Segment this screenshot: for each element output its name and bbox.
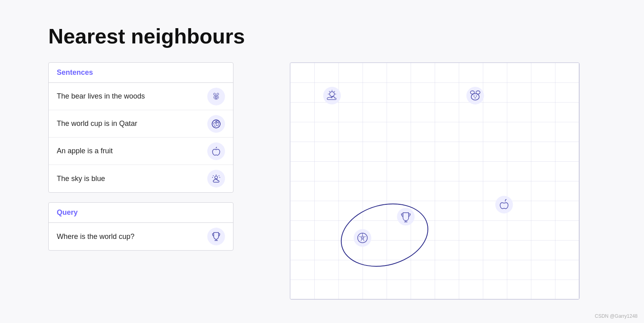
sun-cloud-icon (211, 174, 221, 183)
svg-rect-11 (290, 63, 579, 299)
svg-point-15 (323, 87, 341, 105)
bear-icon-circle (207, 88, 225, 105)
svg-point-16 (330, 92, 334, 97)
svg-point-5 (217, 97, 217, 97)
svg-point-27 (473, 96, 474, 97)
svg-marker-33 (361, 236, 364, 239)
soccer-icon-circle (207, 115, 225, 133)
svg-line-37 (361, 239, 362, 241)
svg-line-21 (329, 91, 330, 92)
svg-point-4 (215, 97, 216, 97)
sentence-text-0: The bear lives in the woods (57, 92, 207, 101)
sun-cloud-icon-circle (207, 170, 225, 187)
svg-point-1 (217, 93, 219, 95)
sentence-text-3: The sky is blue (57, 175, 207, 183)
svg-marker-32 (361, 236, 364, 239)
sentence-text-1: The world cup is in Qatar (57, 119, 207, 128)
soccer-icon (211, 119, 221, 129)
apple-icon (211, 146, 221, 156)
query-header: Query (49, 203, 233, 223)
bear-icon (211, 92, 221, 101)
left-panel: Sentences The bear lives in the woods Th… (48, 62, 233, 260)
page-title: Nearest neighbours (48, 24, 245, 48)
sentence-row-1: The world cup is in Qatar (49, 110, 233, 138)
sentences-header: Sentences (49, 63, 233, 83)
svg-point-30 (354, 229, 372, 247)
query-text-0: Where is the world cup? (57, 232, 207, 241)
svg-line-22 (334, 91, 334, 92)
svg-point-26 (471, 94, 479, 100)
sentence-row-2: An apple is a fruit (49, 138, 233, 165)
watermark: CSDN @Garry1248 (595, 313, 638, 319)
svg-point-31 (358, 233, 367, 243)
svg-line-35 (359, 237, 361, 237)
svg-point-39 (397, 208, 415, 226)
chart-area (290, 62, 580, 300)
svg-point-0 (214, 93, 216, 95)
svg-point-28 (476, 96, 477, 97)
chart-svg (290, 63, 579, 299)
query-row-0: Where is the world cup? (49, 223, 233, 250)
sentence-row-0: The bear lives in the woods (49, 83, 233, 110)
svg-line-34 (364, 237, 366, 237)
query-card: Query Where is the world cup? (48, 202, 233, 251)
trophy-icon (211, 232, 221, 241)
sentence-row-3: The sky is blue (49, 165, 233, 192)
svg-line-36 (363, 239, 364, 241)
svg-point-23 (466, 87, 484, 105)
apple-icon-circle (207, 142, 225, 160)
svg-point-10 (215, 176, 218, 179)
svg-point-25 (476, 91, 480, 94)
svg-point-24 (471, 91, 475, 94)
sentences-card: Sentences The bear lives in the woods Th… (48, 62, 233, 193)
sentence-text-2: An apple is a fruit (57, 147, 207, 155)
svg-point-14 (334, 195, 435, 276)
svg-point-29 (495, 196, 513, 214)
trophy-icon-circle (207, 228, 225, 245)
